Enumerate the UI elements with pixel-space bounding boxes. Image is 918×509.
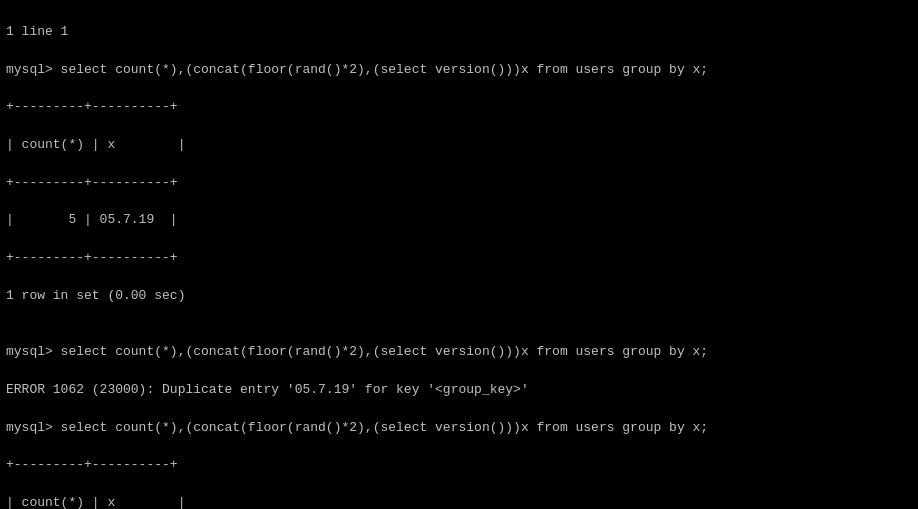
terminal-line-8: 1 row in set (0.00 sec) [6,287,912,306]
terminal-window: 1 line 1 mysql> select count(*),(concat(… [6,4,912,509]
terminal-line-10: mysql> select count(*),(concat(floor(ran… [6,343,912,362]
terminal-line-2: mysql> select count(*),(concat(floor(ran… [6,61,912,80]
terminal-line-14: | count(*) | x | [6,494,912,509]
terminal-line-3: +---------+----------+ [6,98,912,117]
terminal-line-5: +---------+----------+ [6,174,912,193]
terminal-line-7: +---------+----------+ [6,249,912,268]
terminal-line-12: mysql> select count(*),(concat(floor(ran… [6,419,912,438]
terminal-line-11: ERROR 1062 (23000): Duplicate entry '05.… [6,381,912,400]
terminal-line-4: | count(*) | x | [6,136,912,155]
terminal-line-1: 1 line 1 [6,23,912,42]
terminal-line-13: +---------+----------+ [6,456,912,475]
terminal-line-6: | 5 | 05.7.19 | [6,211,912,230]
